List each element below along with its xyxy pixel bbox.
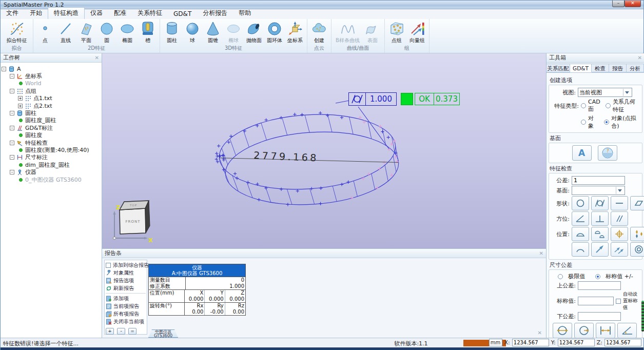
tree-node[interactable]: 点2.txt [2, 102, 101, 109]
tree-node[interactable]: 仪器 [2, 168, 101, 176]
plane-button[interactable]: 平面 [76, 20, 96, 44]
report-page-tab[interactable]: 中图仪器 GTS3600 [148, 329, 178, 338]
create-pointcloud-button[interactable]: 创建 [309, 20, 329, 44]
angle-button[interactable] [617, 323, 637, 338]
viewport-canvas[interactable]: 2779.168 TOP FRONT Z X [102, 53, 546, 248]
point-group-button[interactable]: 点组 [386, 20, 407, 44]
line-profile-button[interactable] [572, 242, 589, 257]
object-properties-button[interactable]: 对象属性 [106, 269, 146, 277]
surface-button[interactable]: 表面 [362, 20, 383, 44]
cone-button[interactable]: 圆锥 [203, 20, 223, 44]
radio-cad-face[interactable] [581, 103, 586, 108]
angularity-button[interactable] [572, 211, 589, 226]
tree-node[interactable]: 坐标系 [2, 72, 101, 80]
add-to-report-checkbox[interactable]: 添加到综合报告 [106, 261, 146, 269]
zoom-fit-button[interactable]: = [128, 328, 136, 335]
view-select[interactable]: 当前视图 [578, 88, 632, 97]
collapse-icon[interactable] [10, 111, 14, 115]
tree-node[interactable]: 尺寸标注 [2, 154, 101, 161]
parallelism-button[interactable] [611, 211, 628, 226]
concentricity-button[interactable] [630, 242, 644, 257]
fit-feature-button[interactable]: 拟合特征 [2, 20, 31, 44]
bspline-button[interactable]: B样条曲线 [333, 20, 362, 44]
straightness-button[interactable] [611, 196, 628, 210]
flatness-button[interactable] [630, 196, 644, 210]
circle-button[interactable]: 圆 [96, 20, 117, 44]
cylinder-button[interactable]: 圆柱 [162, 20, 182, 44]
tree-leaf[interactable]: 圆柱度(测量:40,使用:40) [2, 146, 101, 153]
refresh-report-button[interactable]: 刷新报告 [106, 284, 146, 292]
tab-inspect[interactable]: 检查 [592, 64, 609, 72]
tree-leaf[interactable]: 圆柱度_圆柱 [2, 117, 101, 124]
collapse-icon[interactable] [10, 126, 14, 130]
point-button[interactable]: 点 [35, 20, 55, 44]
tree-node[interactable]: 点组 [2, 87, 101, 94]
tab-relation-match[interactable]: 关系匹配 [547, 64, 570, 72]
tree-node[interactable]: GD&T标注 [2, 124, 101, 131]
report-options-button[interactable]: 报告选项 [106, 277, 146, 284]
radio-relation-feature[interactable] [606, 103, 611, 108]
menu-analysis-report[interactable]: 分析报告 [197, 8, 233, 19]
sphere-button[interactable]: 球 [182, 20, 203, 44]
y-coordinate-input[interactable] [558, 339, 595, 346]
collapse-icon[interactable] [10, 170, 14, 174]
collapse-icon[interactable] [2, 67, 6, 71]
menu-relation-feature[interactable]: 关系特征 [132, 8, 168, 19]
circular-runout-button[interactable] [591, 242, 609, 257]
toolbox-scrollbar[interactable] [641, 301, 644, 332]
slot-button[interactable]: 槽 [138, 20, 158, 44]
nominal-value-input[interactable] [578, 297, 614, 305]
tree-node[interactable]: 特征检查 [2, 139, 101, 146]
ellipsoid-button[interactable]: 椭球 [223, 20, 244, 44]
ellipse-button[interactable]: 椭圆 [117, 20, 138, 44]
menu-alignment[interactable]: 配准 [108, 8, 132, 19]
toolbox-close-icon[interactable]: ✕ [638, 55, 642, 61]
vector-group-button[interactable]: 向量组 [407, 20, 427, 44]
perpendicularity-button[interactable] [591, 211, 609, 226]
menu-instrument[interactable]: 仪器 [85, 8, 108, 19]
radio-object[interactable] [581, 120, 586, 125]
current-item-report-button[interactable]: 当前项报告 [106, 302, 146, 310]
upper-tolerance-input[interactable] [578, 281, 621, 290]
radio-nominal-value[interactable] [595, 274, 600, 279]
zoom-out-button[interactable]: - [117, 328, 125, 335]
minimize-button[interactable]: – [612, 1, 625, 7]
tree-node[interactable]: 圆柱 [2, 109, 101, 116]
expand-icon[interactable] [18, 96, 23, 101]
line-button[interactable]: 直线 [55, 20, 76, 44]
tree-node[interactable]: 点1.txt [2, 95, 101, 102]
distance-button[interactable] [596, 323, 615, 338]
lower-tolerance-input[interactable] [578, 312, 621, 321]
z-coordinate-input[interactable] [604, 339, 641, 346]
coordinate-system-button[interactable]: 坐标系 [285, 20, 305, 44]
expand-icon[interactable] [18, 104, 23, 108]
tolerance-input[interactable] [572, 176, 625, 185]
report-page-close-icon[interactable]: ✕ [538, 330, 542, 336]
datum-a-button[interactable]: A [572, 145, 592, 161]
total-runout-button[interactable] [611, 242, 628, 257]
menu-file[interactable]: 文件 [1, 8, 24, 19]
roundness-button[interactable] [572, 196, 589, 210]
tab-gdt[interactable]: GD&T [570, 64, 592, 72]
auto-nominal-checkbox[interactable] [616, 299, 621, 304]
view-cube[interactable]: TOP FRONT Z X [113, 201, 153, 244]
datum-sphere-button[interactable]: ? [598, 145, 617, 161]
tree-leaf[interactable]: dim_圆柱度_圆柱 [2, 161, 101, 168]
menu-feature-construct[interactable]: 特征构造 [48, 7, 85, 19]
composite-profile-button[interactable] [591, 227, 609, 241]
menu-start[interactable]: 开始 [24, 8, 48, 19]
x-coordinate-input[interactable] [512, 339, 549, 346]
radio-object-point-fit[interactable] [604, 120, 609, 125]
surface-profile-button[interactable] [572, 227, 589, 241]
tree-leaf[interactable]: World [2, 80, 101, 87]
position-button[interactable] [611, 227, 628, 241]
tab-analysis[interactable]: 分析 [627, 64, 644, 72]
paraboloid-button[interactable]: 抛物面 [244, 20, 264, 44]
torus-button[interactable]: 圆环体 [264, 20, 285, 44]
menu-help[interactable]: 帮助 [233, 8, 257, 19]
collapse-icon[interactable] [10, 155, 14, 160]
radius-button[interactable] [574, 323, 594, 338]
collapse-icon[interactable] [10, 74, 14, 79]
close-non-current-button[interactable]: 关闭非当前项 [106, 318, 146, 325]
datum-select[interactable] [572, 186, 625, 195]
